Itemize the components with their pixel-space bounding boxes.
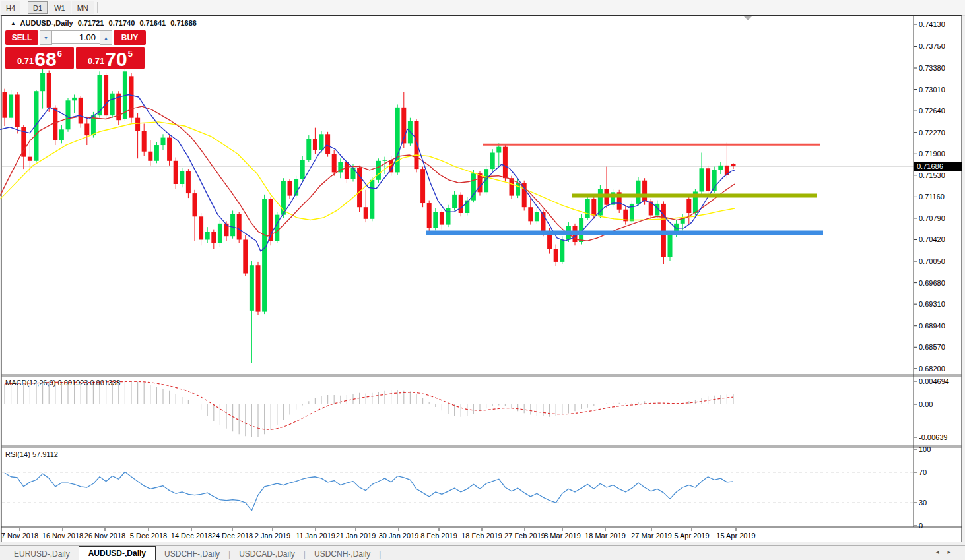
svg-text:5 Dec 2018: 5 Dec 2018 [130, 532, 167, 540]
svg-text:0: 0 [919, 522, 923, 530]
pane-frame [1, 16, 962, 527]
svg-text:30: 30 [919, 499, 927, 507]
rsi-indicator-label: RSI(14) 57.9112 [5, 451, 58, 458]
volume-stepper: ▼ ▲ [40, 30, 112, 45]
svg-text:24 Dec 2018: 24 Dec 2018 [212, 532, 253, 540]
svg-text:0.68570: 0.68570 [919, 343, 945, 351]
svg-text:0.70050: 0.70050 [919, 257, 945, 265]
svg-text:100: 100 [919, 445, 931, 453]
tab-usdchf[interactable]: USDCHF-,Daily [156, 547, 228, 560]
svg-text:0.70790: 0.70790 [919, 214, 945, 222]
svg-text:26 Nov 2018: 26 Nov 2018 [84, 532, 125, 540]
svg-text:5 Apr 2019: 5 Apr 2019 [674, 532, 709, 540]
svg-text:0.70420: 0.70420 [919, 235, 945, 243]
ohlc-open: 0.71721 [78, 19, 104, 27]
sell-price-sup: 6 [57, 49, 62, 59]
svg-text:0.71900: 0.71900 [919, 150, 945, 158]
svg-text:0.68200: 0.68200 [919, 365, 945, 373]
price-axis[interactable]: 0.741300.737500.733800.730100.726400.722… [914, 20, 945, 373]
rsi-line [5, 472, 733, 511]
svg-text:18 Feb 2019: 18 Feb 2019 [461, 532, 502, 540]
svg-text:0.004694: 0.004694 [919, 377, 949, 385]
tab-eurusd[interactable]: EURUSD-,Daily [5, 547, 79, 560]
ohlc-close: 0.71686 [170, 19, 197, 27]
chart-tab-bar: EURUSD-,Daily AUDUSD-,Daily USDCHF-,Dail… [0, 545, 965, 560]
svg-text:0.73750: 0.73750 [919, 42, 945, 50]
buy-price-sup: 5 [128, 49, 133, 59]
candlestick-layer [3, 67, 736, 363]
svg-text:70: 70 [919, 468, 927, 476]
tab-usdcad[interactable]: USDCAD-,Daily [230, 547, 304, 560]
rsi-pane [2, 472, 914, 503]
svg-text:0.71160: 0.71160 [919, 193, 945, 201]
svg-text:7 Nov 2018: 7 Nov 2018 [1, 532, 38, 540]
macd-histogram [5, 381, 733, 437]
svg-text:8 Mar 2019: 8 Mar 2019 [544, 532, 581, 540]
svg-text:0.69310: 0.69310 [919, 300, 945, 308]
one-click-trade-panel: SELL ▼ ▲ BUY 0.71 68 6 0.71 70 5 [5, 30, 149, 69]
svg-text:0.00: 0.00 [919, 400, 933, 408]
sell-price-box[interactable]: 0.71 68 6 [5, 47, 74, 69]
svg-text:0.69680: 0.69680 [919, 279, 945, 287]
symbol-name: AUDUSD-,Daily [20, 19, 73, 27]
chart-title: ▲ AUDUSD-,Daily 0.71721 0.71740 0.71641 … [11, 19, 199, 27]
ohlc-high: 0.71740 [109, 19, 135, 27]
svg-text:-0.00639: -0.00639 [919, 433, 947, 441]
tab-usdcnh[interactable]: USDCNH-,Daily [306, 547, 379, 560]
svg-text:0.73010: 0.73010 [919, 86, 945, 94]
buy-price-prefix: 0.71 [88, 56, 104, 66]
volume-input[interactable] [52, 30, 100, 44]
ohlc-low: 0.71641 [139, 19, 166, 27]
svg-text:8 Feb 2019: 8 Feb 2019 [420, 532, 457, 540]
mt4-window: H4 D1 W1 MN 0.741300.737500.733800.73010… [0, 0, 965, 560]
tab-scroll-right-icon[interactable]: ► [947, 549, 958, 555]
volume-up-button[interactable]: ▲ [100, 30, 112, 45]
macd-indicator-label: MACD(12,26,9) 0.001923 0.001338 [5, 379, 120, 387]
svg-text:0.72270: 0.72270 [919, 129, 945, 137]
bid-price-tag: 0.71686 [914, 162, 962, 171]
svg-text:18 Mar 2019: 18 Mar 2019 [585, 532, 626, 540]
sell-price-big: 68 [34, 51, 56, 68]
price-chart-canvas[interactable]: 0.741300.737500.733800.730100.726400.722… [0, 0, 965, 560]
svg-text:0.72640: 0.72640 [919, 107, 945, 115]
svg-text:14 Dec 2018: 14 Dec 2018 [171, 532, 212, 540]
tab-separator: | [379, 547, 381, 560]
svg-text:0.73380: 0.73380 [919, 64, 945, 72]
svg-text:0.74130: 0.74130 [919, 20, 945, 28]
buy-button[interactable]: BUY [114, 30, 146, 45]
buy-price-box[interactable]: 0.71 70 5 [76, 47, 145, 69]
svg-text:21 Jan 2019: 21 Jan 2019 [336, 532, 376, 540]
svg-text:27 Mar 2019: 27 Mar 2019 [631, 532, 672, 540]
buy-price-big: 70 [105, 51, 127, 68]
collapse-triangle-icon[interactable]: ▲ [11, 20, 16, 26]
chart-shift-marker-icon [744, 16, 752, 20]
date-axis[interactable]: 7 Nov 201816 Nov 201826 Nov 20185 Dec 20… [1, 528, 756, 540]
volume-down-button[interactable]: ▼ [40, 30, 52, 45]
tab-scroll-left-icon[interactable]: ◄ [935, 549, 947, 555]
sell-price-prefix: 0.71 [17, 56, 34, 66]
tab-audusd[interactable]: AUDUSD-,Daily [79, 546, 156, 560]
svg-text:15 Apr 2019: 15 Apr 2019 [716, 532, 755, 540]
svg-text:2 Jan 2019: 2 Jan 2019 [255, 532, 290, 540]
svg-text:0.71530: 0.71530 [919, 171, 945, 179]
svg-text:11 Jan 2019: 11 Jan 2019 [296, 532, 335, 540]
svg-text:0.68940: 0.68940 [919, 322, 945, 330]
sell-button[interactable]: SELL [5, 30, 38, 45]
macd-signal-line [5, 381, 733, 429]
svg-text:30 Jan 2019: 30 Jan 2019 [379, 532, 419, 540]
indicator-axis[interactable]: 0.0046940.00-0.0063910070300 [914, 377, 949, 530]
svg-text:27 Feb 2019: 27 Feb 2019 [504, 532, 545, 540]
svg-text:16 Nov 2018: 16 Nov 2018 [42, 532, 83, 540]
